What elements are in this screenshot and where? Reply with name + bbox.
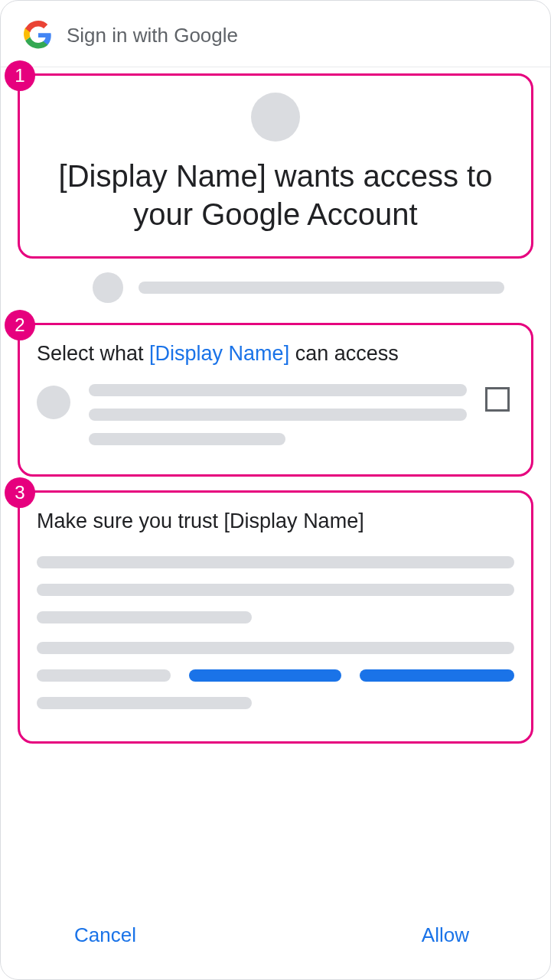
consent-screen: Sign in with Google 1 [Display Name] wan…	[0, 0, 551, 980]
scope-item	[37, 384, 514, 457]
header: Sign in with Google	[1, 1, 550, 67]
cancel-button[interactable]: Cancel	[70, 916, 141, 955]
trust-title: Make sure you trust [Display Name]	[37, 510, 514, 533]
account-avatar	[93, 272, 123, 303]
allow-button[interactable]: Allow	[417, 916, 474, 955]
google-logo-icon	[24, 21, 53, 50]
scopes-title-suffix: can access	[289, 342, 399, 365]
section-trust: 3 Make sure you trust [Display Name]	[18, 490, 533, 744]
scope-description-placeholder	[89, 384, 467, 457]
app-avatar	[251, 93, 300, 142]
trust-paragraph-2	[37, 642, 514, 709]
app-name-link[interactable]: [Display Name]	[149, 342, 289, 365]
footer: Cancel Allow	[1, 916, 550, 955]
scope-icon	[37, 386, 70, 419]
header-title: Sign in with Google	[67, 24, 238, 47]
account-email-placeholder	[139, 282, 504, 294]
selected-account-row[interactable]	[93, 272, 504, 303]
scopes-title: Select what [Display Name] can access	[37, 342, 514, 366]
scope-checkbox[interactable]	[485, 387, 510, 412]
annotation-badge-1: 1	[5, 60, 35, 91]
trust-paragraph-1	[37, 556, 514, 623]
section-scopes: 2 Select what [Display Name] can access	[18, 323, 533, 477]
section-app-identity: 1 [Display Name] wants access to your Go…	[18, 73, 533, 259]
annotation-badge-2: 2	[5, 310, 35, 340]
consent-title: [Display Name] wants access to your Goog…	[37, 157, 514, 233]
annotation-badge-3: 3	[5, 477, 35, 508]
scopes-title-prefix: Select what	[37, 342, 149, 365]
policy-link-placeholder[interactable]	[189, 669, 342, 682]
terms-link-placeholder[interactable]	[360, 669, 514, 682]
